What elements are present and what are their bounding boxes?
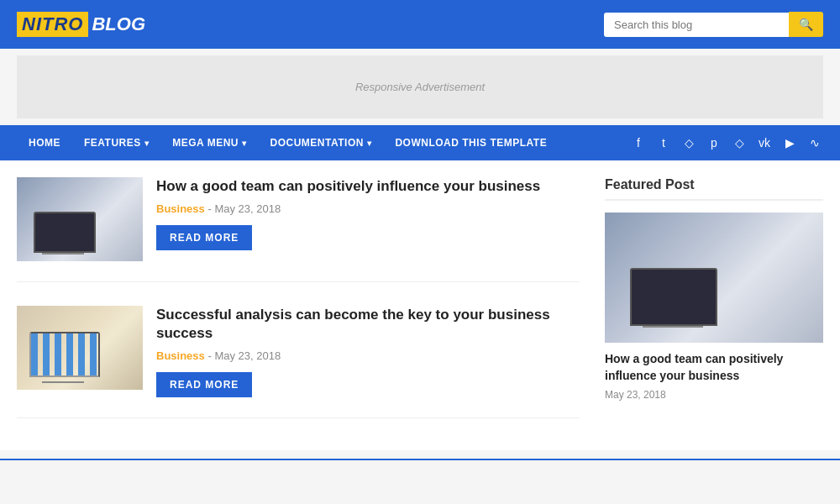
post-title: Successful analysis can become the key t… bbox=[156, 306, 580, 343]
ad-banner: Responsive Advertisement bbox=[17, 55, 823, 118]
rss-icon[interactable]: ∿ bbox=[806, 136, 823, 150]
nav-left: HOME FEATURES ▾ MEGA MENU ▾ DOCUMENTATIO… bbox=[17, 125, 559, 160]
featured-image-inner bbox=[605, 213, 823, 343]
nav-mega-menu[interactable]: MEGA MENU ▾ bbox=[160, 125, 258, 160]
nav-home[interactable]: HOME bbox=[17, 125, 72, 160]
vk-icon[interactable]: vk bbox=[756, 136, 773, 150]
nav-social: f t ◇ p ◇ vk ▶ ∿ bbox=[630, 136, 823, 150]
bottom-divider bbox=[0, 459, 840, 460]
post-thumbnail bbox=[17, 177, 143, 261]
search-area: 🔍 bbox=[604, 12, 823, 37]
featured-post-title: How a good team can positively influence… bbox=[605, 351, 823, 384]
ad-text: Responsive Advertisement bbox=[355, 81, 485, 93]
logo-nitro: NITRO bbox=[17, 12, 88, 37]
nav-documentation[interactable]: DOCUMENTATION ▾ bbox=[259, 125, 384, 160]
post-item: Successful analysis can become the key t… bbox=[17, 306, 580, 418]
search-button[interactable]: 🔍 bbox=[789, 12, 823, 37]
read-more-button[interactable]: READ MORE bbox=[156, 225, 252, 250]
post-date: - May 23, 2018 bbox=[207, 349, 281, 362]
chevron-down-icon: ▾ bbox=[242, 139, 247, 148]
post-thumbnail-image bbox=[17, 306, 143, 390]
post-meta: Business - May 23, 2018 bbox=[156, 349, 580, 362]
nav-download[interactable]: DOWNLOAD THIS TEMPLATE bbox=[383, 125, 559, 160]
featured-image bbox=[605, 213, 823, 343]
logo-blog: BLOG bbox=[92, 13, 145, 35]
post-content: How a good team can positively influence… bbox=[156, 177, 580, 261]
header: NITRO BLOG 🔍 bbox=[0, 0, 840, 49]
featured-post-date: May 23, 2018 bbox=[605, 389, 823, 401]
post-title: How a good team can positively influence… bbox=[156, 177, 580, 196]
post-meta: Business - May 23, 2018 bbox=[156, 202, 580, 215]
sidebar: Featured Post How a good team can positi… bbox=[605, 177, 823, 442]
read-more-button[interactable]: READ MORE bbox=[156, 372, 252, 397]
post-category: Business bbox=[156, 202, 205, 215]
nav-features[interactable]: FEATURES ▾ bbox=[72, 125, 160, 160]
post-thumbnail-image bbox=[17, 177, 143, 261]
post-date: - May 23, 2018 bbox=[207, 202, 281, 215]
sidebar-title: Featured Post bbox=[605, 177, 823, 201]
instagram-icon[interactable]: ◇ bbox=[680, 136, 697, 150]
chevron-down-icon: ▾ bbox=[367, 139, 372, 148]
post-content: Successful analysis can become the key t… bbox=[156, 306, 580, 397]
post-category: Business bbox=[156, 349, 205, 362]
post-item: How a good team can positively influence… bbox=[17, 177, 580, 282]
posts-section: How a good team can positively influence… bbox=[17, 177, 605, 442]
post-thumbnail bbox=[17, 306, 143, 390]
facebook-icon[interactable]: f bbox=[630, 136, 647, 150]
chevron-down-icon: ▾ bbox=[144, 139, 150, 148]
pinterest-icon[interactable]: p bbox=[706, 136, 722, 150]
search-input[interactable] bbox=[604, 13, 789, 37]
youtube-icon[interactable]: ▶ bbox=[781, 136, 798, 150]
instagram2-icon[interactable]: ◇ bbox=[731, 136, 748, 150]
main-container: How a good team can positively influence… bbox=[0, 160, 840, 450]
twitter-icon[interactable]: t bbox=[655, 136, 672, 150]
navbar: HOME FEATURES ▾ MEGA MENU ▾ DOCUMENTATIO… bbox=[0, 125, 840, 160]
logo: NITRO BLOG bbox=[17, 12, 145, 37]
